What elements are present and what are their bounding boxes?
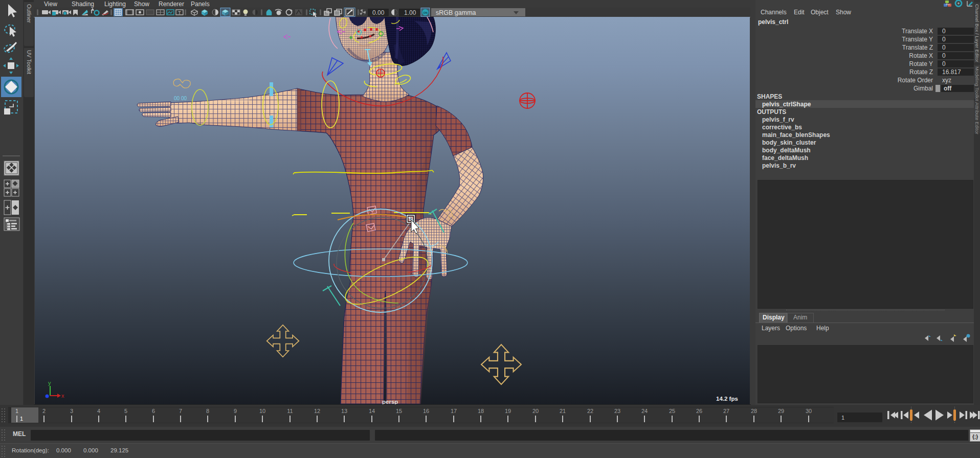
svg-text:5: 5: [124, 408, 127, 414]
svg-text:8: 8: [206, 408, 209, 414]
svg-text:20: 20: [532, 408, 539, 414]
svg-text:ON: ON: [423, 11, 427, 14]
svg-text:6: 6: [152, 408, 155, 414]
svg-text:1: 1: [15, 408, 18, 414]
svg-text:11: 11: [287, 408, 293, 414]
svg-text:sRGB gamma: sRGB gamma: [436, 9, 476, 16]
svg-text:4: 4: [97, 408, 100, 414]
svg-text:15: 15: [396, 408, 402, 414]
svg-text:1.00: 1.00: [404, 9, 416, 16]
svg-text:23: 23: [614, 408, 620, 414]
svg-text:16: 16: [423, 408, 429, 414]
svg-text:3: 3: [70, 408, 73, 414]
svg-text:24: 24: [641, 408, 648, 414]
svg-text:13: 13: [341, 408, 347, 414]
svg-text:14.2 fps: 14.2 fps: [716, 396, 738, 402]
svg-text:10: 10: [259, 408, 265, 414]
svg-text:22: 22: [587, 408, 593, 414]
svg-text:2: 2: [42, 408, 46, 414]
svg-text:25: 25: [669, 408, 675, 414]
svg-text:00 00: 00 00: [174, 96, 187, 101]
svg-text:21: 21: [560, 408, 566, 414]
svg-text:1: 1: [20, 416, 23, 422]
svg-text:14: 14: [369, 408, 375, 414]
svg-text:persp: persp: [382, 399, 398, 404]
svg-text:18: 18: [478, 408, 484, 414]
svg-text:x: x: [61, 393, 64, 399]
svg-text:0.00: 0.00: [372, 9, 385, 16]
svg-text:12: 12: [314, 408, 320, 414]
svg-text:17: 17: [451, 408, 457, 414]
svg-text:26: 26: [696, 408, 702, 414]
svg-text:T: T: [178, 10, 181, 15]
svg-text:y: y: [48, 380, 51, 386]
svg-text:7: 7: [179, 408, 182, 414]
svg-text:1: 1: [841, 415, 844, 421]
svg-text:9: 9: [234, 408, 237, 414]
svg-text:29: 29: [778, 408, 784, 414]
svg-text:28: 28: [751, 408, 757, 414]
svg-text:30: 30: [806, 408, 812, 414]
svg-text:27: 27: [723, 408, 729, 414]
svg-text:19: 19: [505, 408, 511, 414]
